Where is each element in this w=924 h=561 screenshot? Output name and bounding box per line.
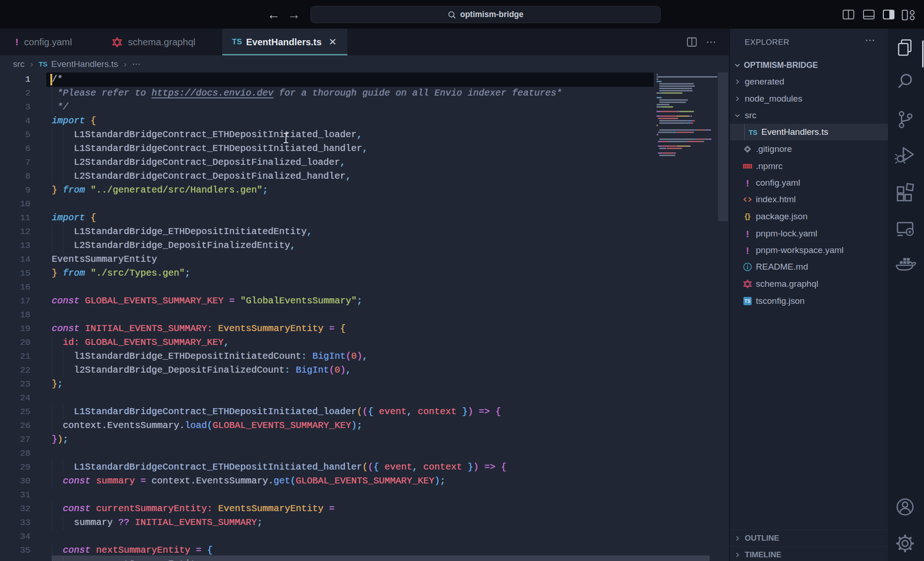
svg-text:TS: TS: [745, 299, 751, 304]
